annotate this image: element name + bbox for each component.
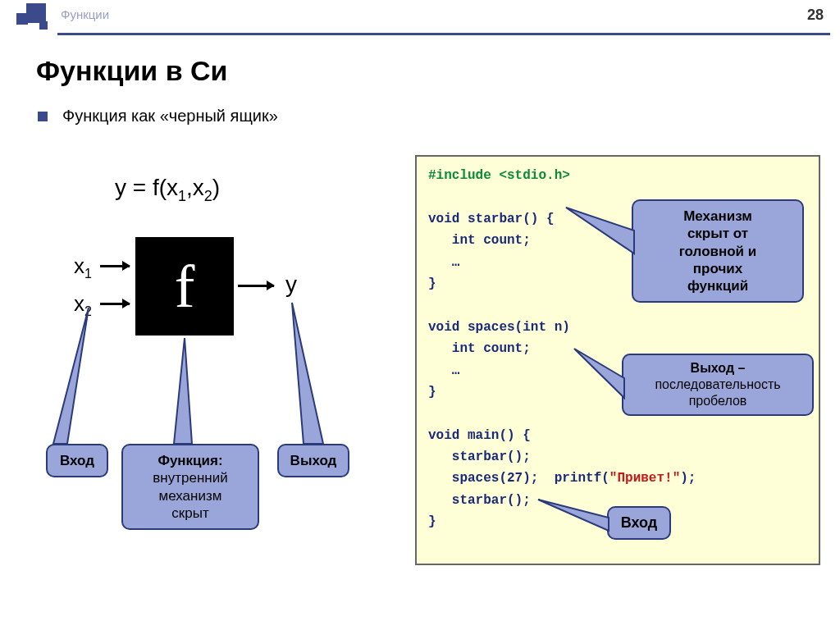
code-l10: void main() {	[428, 428, 531, 443]
black-box: f	[135, 237, 234, 336]
code-l13: starbar();	[428, 493, 531, 508]
callout-function-bold: Функция:	[158, 453, 222, 468]
section-label: Функции	[61, 7, 109, 26]
code-l3: int count;	[428, 233, 531, 248]
arrow-y-icon	[238, 285, 274, 287]
bullet-text: Функция как «черный ящик»	[62, 107, 278, 126]
formula-text: y = f(x1,x2)	[115, 175, 220, 205]
code-l8: …	[428, 363, 459, 378]
callout-function: Функция: внутренний механизм скрыт	[121, 444, 259, 530]
callout-output: Выход	[277, 444, 349, 477]
callout-input-code: Вход	[607, 506, 671, 540]
code-l12a: spaces(27); printf(	[428, 471, 609, 486]
header-underline	[57, 33, 830, 35]
bullet-icon	[38, 112, 48, 121]
page-title: Функции в Си	[36, 55, 840, 87]
callout-mechanism-text: Механизм скрыт от головной и прочих функ…	[679, 208, 757, 294]
box-letter: f	[175, 252, 195, 322]
callout-input-code-text: Вход	[621, 514, 658, 531]
x1-label: x1	[74, 253, 92, 281]
callout-function-rest: внутренний механизм скрыт	[153, 470, 227, 521]
code-l11: starbar();	[428, 450, 531, 464]
page-number: 28	[807, 7, 824, 24]
callout-exit: Выход – последовательность пробелов	[622, 354, 814, 416]
callout-exit-rest: последовательность пробелов	[655, 377, 780, 408]
arrow-x1-icon	[100, 265, 130, 267]
y-label: y	[285, 272, 297, 298]
code-l4: …	[428, 255, 459, 270]
logo-squares-icon	[15, 2, 51, 31]
slide-header: Функции 28	[0, 0, 840, 33]
code-l12b: "Привет!"	[609, 471, 680, 486]
code-include: #include <stdio.h>	[428, 168, 570, 183]
callout-exit-bold: Выход –	[691, 361, 746, 375]
callout-output-text: Выход	[290, 453, 337, 468]
callout-mechanism: Механизм скрыт от головной и прочих функ…	[632, 199, 804, 303]
code-l9: }	[428, 385, 436, 399]
callout-input-text: Вход	[60, 453, 94, 468]
code-l12c: );	[680, 471, 696, 486]
code-l2: void starbar() {	[428, 212, 555, 226]
svg-marker-1	[174, 338, 192, 444]
svg-marker-0	[53, 308, 89, 444]
svg-marker-2	[292, 303, 323, 444]
x2-label: x2	[74, 291, 92, 319]
code-l14: }	[428, 514, 436, 529]
callout-input: Вход	[46, 444, 108, 477]
code-l6: void spaces(int n)	[428, 320, 570, 335]
code-l7: int count;	[428, 341, 531, 356]
arrow-x2-icon	[100, 303, 130, 305]
code-l5: }	[428, 276, 436, 291]
bullet-item: Функция как «черный ящик»	[38, 107, 840, 126]
